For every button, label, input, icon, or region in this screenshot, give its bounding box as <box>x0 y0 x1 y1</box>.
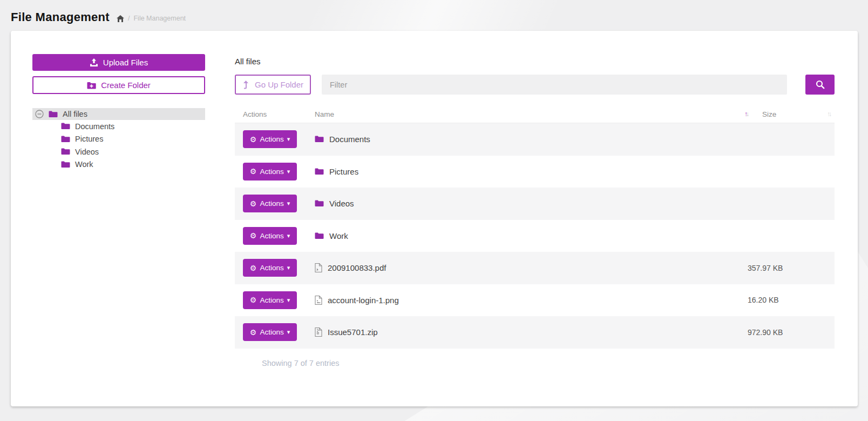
chevron-down-icon: ▾ <box>287 329 290 335</box>
search-button[interactable] <box>805 75 835 95</box>
sidebar: Upload Files Create Folder All files <box>32 54 205 171</box>
pdf-file-icon <box>315 263 322 272</box>
page-title: File Management <box>11 10 110 24</box>
folder-icon <box>61 123 70 130</box>
column-header-size-label: Size <box>762 110 776 118</box>
actions-dropdown-button[interactable]: ⚙ Actions ▾ <box>243 291 297 309</box>
gear-icon: ⚙ <box>250 329 257 336</box>
sort-icon-size[interactable]: ↑↓ <box>827 110 830 118</box>
tree-item-all-files[interactable]: All files <box>32 108 205 120</box>
tree-item-label: All files <box>63 110 87 118</box>
actions-dropdown-button[interactable]: ⚙ Actions ▾ <box>243 323 297 341</box>
table-row: ⚙ Actions ▾ Issue5701.zip 972.90 KB <box>235 316 835 349</box>
size-cell: 357.97 KB <box>748 264 835 272</box>
table-row: ⚙ Actions ▾ Documents <box>235 123 835 156</box>
archive-file-icon <box>315 328 322 337</box>
item-name: Pictures <box>329 167 358 176</box>
main-panel: All files Go Up Folder Actions Name ↑↓ <box>235 52 835 367</box>
home-icon[interactable] <box>117 15 124 22</box>
folder-icon <box>315 136 324 143</box>
actions-cell: ⚙ Actions ▾ <box>235 227 315 245</box>
folder-icon <box>61 136 70 143</box>
name-cell[interactable]: 2009100833.pdf <box>315 263 748 272</box>
gear-icon: ⚙ <box>250 296 257 304</box>
folder-icon <box>61 161 70 168</box>
table-row: ⚙ Actions ▾ Pictures <box>235 156 835 188</box>
column-header-size[interactable]: Size ↑↓ <box>748 110 835 118</box>
actions-label: Actions <box>260 296 283 304</box>
actions-cell: ⚙ Actions ▾ <box>235 195 315 212</box>
name-cell[interactable]: Documents <box>315 135 748 144</box>
upload-icon <box>90 58 98 66</box>
folder-icon <box>315 200 324 207</box>
folder-tree: All files Documents Pictures Videos <box>32 108 205 171</box>
toolbar: Go Up Folder <box>235 75 835 95</box>
arrow-up-icon <box>242 81 249 89</box>
go-up-folder-label: Go Up Folder <box>255 80 303 89</box>
chevron-down-icon: ▾ <box>287 265 290 271</box>
actions-label: Actions <box>260 168 283 176</box>
actions-label: Actions <box>260 232 283 240</box>
collapse-minus-icon[interactable] <box>35 110 44 118</box>
name-cell[interactable]: Work <box>315 231 748 240</box>
breadcrumb-separator: / <box>128 15 130 22</box>
tree-item-work[interactable]: Work <box>32 158 205 171</box>
actions-cell: ⚙ Actions ▾ <box>235 130 315 148</box>
chevron-down-icon: ▾ <box>287 136 290 142</box>
actions-dropdown-button[interactable]: ⚙ Actions ▾ <box>243 195 297 212</box>
tree-item-videos[interactable]: Videos <box>32 145 205 158</box>
gear-icon: ⚙ <box>250 232 257 239</box>
chevron-down-icon: ▾ <box>287 169 290 175</box>
go-up-folder-button[interactable]: Go Up Folder <box>235 75 311 95</box>
tree-item-label: Work <box>75 160 93 169</box>
actions-cell: ⚙ Actions ▾ <box>235 259 315 277</box>
upload-files-label: Upload Files <box>103 58 148 67</box>
table-row: ⚙ Actions ▾ Work <box>235 220 835 252</box>
gear-icon: ⚙ <box>250 264 257 272</box>
tree-item-label: Pictures <box>75 135 103 143</box>
tree-item-documents[interactable]: Documents <box>32 120 205 133</box>
actions-cell: ⚙ Actions ▾ <box>235 163 315 181</box>
entries-count: Showing 7 of 7 entries <box>235 359 835 367</box>
column-header-actions: Actions <box>235 110 315 118</box>
gear-icon: ⚙ <box>250 168 257 175</box>
tree-item-label: Documents <box>75 122 114 131</box>
gear-icon: ⚙ <box>250 136 257 143</box>
tree-item-pictures[interactable]: Pictures <box>32 133 205 146</box>
item-name: Documents <box>329 135 370 144</box>
breadcrumb: / File Management <box>117 15 186 22</box>
item-name: 2009100833.pdf <box>328 263 386 272</box>
create-folder-label: Create Folder <box>101 81 151 90</box>
size-cell: 16.20 KB <box>748 296 835 304</box>
actions-label: Actions <box>260 264 283 272</box>
upload-files-button[interactable]: Upload Files <box>32 54 205 71</box>
name-cell[interactable]: Pictures <box>315 167 748 176</box>
content-card: Upload Files Create Folder All files <box>11 31 858 406</box>
actions-dropdown-button[interactable]: ⚙ Actions ▾ <box>243 130 297 148</box>
table-row: ⚙ Actions ▾ account-login-1.png 16.20 KB <box>235 284 835 317</box>
table-body: ⚙ Actions ▾ Documents ⚙ A <box>235 123 835 349</box>
table-row: ⚙ Actions ▾ Videos <box>235 188 835 220</box>
folder-icon <box>61 148 70 155</box>
page-header: File Management / File Management <box>0 0 868 31</box>
actions-label: Actions <box>260 328 283 336</box>
actions-cell: ⚙ Actions ▾ <box>235 323 315 341</box>
create-folder-button[interactable]: Create Folder <box>32 76 205 94</box>
item-name: account-login-1.png <box>328 296 399 305</box>
actions-dropdown-button[interactable]: ⚙ Actions ▾ <box>243 163 297 181</box>
filter-input[interactable] <box>322 75 787 95</box>
actions-dropdown-button[interactable]: ⚙ Actions ▾ <box>243 259 297 277</box>
column-header-name-label: Name <box>315 110 334 118</box>
folder-icon <box>315 168 324 175</box>
item-name: Issue5701.zip <box>328 328 378 337</box>
actions-cell: ⚙ Actions ▾ <box>235 291 315 309</box>
name-cell[interactable]: Videos <box>315 199 748 208</box>
name-cell[interactable]: account-login-1.png <box>315 296 748 305</box>
column-header-name[interactable]: Name ↑↓ <box>315 110 748 118</box>
name-cell[interactable]: Issue5701.zip <box>315 328 748 337</box>
actions-dropdown-button[interactable]: ⚙ Actions ▾ <box>243 227 297 245</box>
folder-plus-icon <box>87 82 96 89</box>
table-row: ⚙ Actions ▾ 2009100833.pdf 357.97 KB <box>235 252 835 284</box>
folder-icon <box>315 232 324 239</box>
table-header: Actions Name ↑↓ Size ↑↓ <box>235 105 835 123</box>
